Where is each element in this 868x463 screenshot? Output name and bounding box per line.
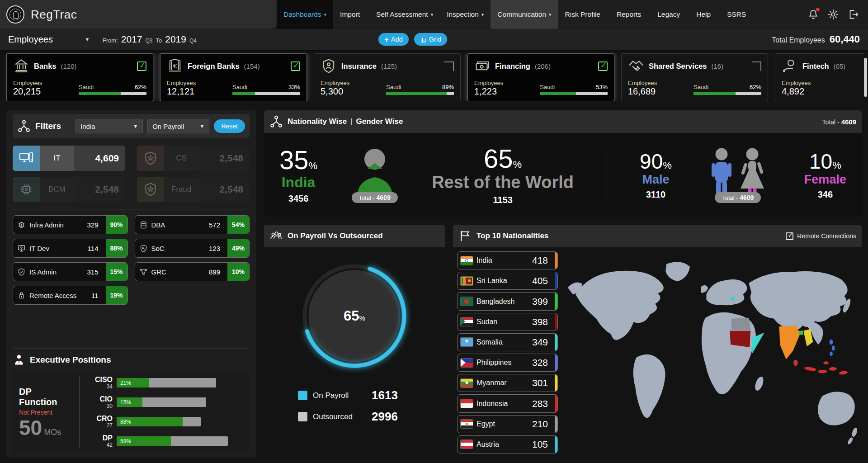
country-name: Indonesia [476, 400, 528, 408]
sector-card[interactable]: Insurance (125) Employees 5,300 Saudi 89… [314, 53, 461, 101]
bar-chart-icon [420, 36, 427, 43]
role-label: SoC [151, 245, 205, 252]
role-label: DBA [151, 221, 205, 229]
remote-connections-toggle[interactable]: Remote Connections [786, 232, 856, 240]
department-tile[interactable]: IT 4,609 [13, 146, 125, 171]
nav-item[interactable]: SSRS [720, 0, 755, 29]
sector-card[interactable]: Banks (120) Employees 20,215 Saudi 62% [6, 53, 153, 101]
nationality-row[interactable]: Egypt 210 [457, 415, 558, 433]
role-item[interactable]: Remote Access 11 19% [13, 286, 128, 305]
role-item[interactable]: IS Admin 315 15% [13, 262, 128, 281]
department-tile[interactable]: CS 2,548 [137, 146, 250, 171]
country-flag-icon [461, 379, 473, 387]
employees-value: 12,121 [167, 86, 196, 96]
nationality-row[interactable]: India 418 [457, 251, 558, 269]
country-value: 328 [532, 357, 548, 368]
main-nav: Dashboards ▾ Import Self Assessment ▾ In… [277, 0, 755, 29]
role-pct-badge: 90% [106, 216, 127, 234]
total-employees-label: Total Employees [772, 36, 825, 44]
nationality-row[interactable]: Bangladesh 399 [457, 292, 558, 310]
nationality-row[interactable]: Philippines 328 [457, 354, 558, 372]
cards-scrollbar[interactable] [864, 58, 867, 97]
department-tile[interactable]: BCM 2,548 [13, 177, 125, 202]
role-item[interactable]: IT Dev 114 88% [13, 239, 128, 258]
top-nationalities-header: Top 10 Nationalities Remote Connections [453, 225, 862, 247]
date-range[interactable]: From: 2017 Q3 To 2019 Q4 [103, 34, 197, 45]
payroll-select[interactable]: On Payroll ▼ [147, 119, 209, 133]
nationality-row[interactable]: Sudan 398 [457, 313, 558, 331]
sector-checkbox[interactable] [598, 61, 608, 71]
role-label: IT Dev [29, 245, 84, 252]
saudi-block: Saudi 33% [232, 84, 300, 95]
sector-card-header: Financing (206) [474, 58, 608, 74]
nav-item[interactable]: Reports [610, 0, 651, 29]
role-item[interactable]: DBA 572 54% [135, 215, 250, 234]
female-label: Female [804, 173, 846, 186]
country-accent-bar [555, 436, 557, 453]
nav-item[interactable]: Help [689, 0, 720, 29]
nav-item[interactable]: Risk Profile [558, 0, 610, 29]
role-item[interactable]: SoC 123 49% [135, 239, 250, 258]
nav-item[interactable]: Legacy [651, 0, 689, 29]
country-value: 210 [532, 419, 548, 430]
sector-card-body: Employees 5,300 Saudi 89% [321, 80, 454, 96]
legend-label: Outsourced [313, 412, 366, 421]
country-value: 418 [532, 255, 548, 266]
department-icon [13, 177, 40, 202]
badge-value: 4609 [377, 194, 391, 201]
sector-count: (05) [834, 62, 846, 70]
nationality-list: India 418 Sri Lanka 405 Bangladesh [453, 247, 560, 458]
nav-item[interactable]: Import [333, 0, 369, 29]
country-name: Egypt [476, 420, 528, 428]
role-pct-badge: 49% [227, 239, 249, 257]
sector-card[interactable]: Fintech (05) Employees 4,892 [775, 53, 864, 101]
nationality-row[interactable]: Indonesia 283 [457, 394, 558, 412]
employees-block: Employees 16,689 [628, 80, 657, 96]
total-badge: Total - 4609 [715, 192, 761, 203]
country-name: India [476, 256, 528, 265]
reset-button[interactable]: Reset [214, 119, 245, 133]
country-value: 405 [532, 275, 548, 286]
nav-item[interactable]: Self Assessment ▾ [369, 0, 440, 29]
add-button[interactable]: + Add [378, 33, 409, 46]
pct-sign: % [309, 160, 318, 171]
nationality-row[interactable]: Myanmar 301 [457, 374, 558, 392]
world-value: 1153 [493, 195, 512, 205]
country-accent-bar [555, 293, 557, 310]
notifications-bell-icon[interactable] [807, 9, 819, 20]
sector-card[interactable]: Foreign Banks (154) Employees 12,121 Sau… [160, 53, 307, 101]
country-flag-icon [461, 399, 473, 408]
nav-item[interactable]: Dashboards ▾ [277, 0, 333, 29]
nav-item-label: Import [340, 10, 360, 19]
legend-value: 1613 [372, 388, 398, 402]
grid-button[interactable]: Grid [414, 33, 447, 46]
app-title: RegTrac [31, 8, 77, 22]
department-tile[interactable]: Fraud 2,548 [137, 177, 250, 202]
sector-checkbox[interactable] [444, 61, 454, 71]
role-pct-badge: 54% [227, 216, 249, 234]
nav-item[interactable]: Communication ▾ [491, 0, 558, 29]
department-icon [13, 146, 40, 171]
sector-card[interactable]: Financing (206) Employees 1,223 Saudi 53… [467, 53, 614, 101]
department-value: 2,548 [74, 177, 125, 202]
nationality-row[interactable]: Austria 105 [457, 435, 558, 454]
page-title-dropdown-icon[interactable]: ▼ [85, 36, 90, 43]
settings-gear-icon[interactable] [827, 9, 839, 20]
nationality-row[interactable]: Sri Lanka 405 [457, 272, 558, 290]
role-item[interactable]: Infra Admin 329 90% [13, 215, 128, 234]
nationality-row[interactable]: Somalia 349 [457, 333, 558, 351]
logo-icon [6, 5, 24, 24]
department-label: Fraud [164, 177, 198, 202]
world-label: Rest of the World [432, 174, 574, 192]
country-accent-bar [555, 252, 557, 269]
sector-checkbox[interactable] [752, 61, 761, 71]
country-select[interactable]: India ▼ [75, 119, 143, 133]
role-item[interactable]: GRC 899 10% [135, 262, 250, 281]
logout-icon[interactable] [847, 9, 859, 20]
badge-label: Total - [722, 194, 738, 201]
sector-checkbox[interactable] [291, 61, 300, 71]
sector-card[interactable]: Shared Services (16) Employees 16,689 Sa… [621, 53, 768, 101]
nav-item[interactable]: Inspection ▾ [440, 0, 491, 29]
sector-checkbox[interactable] [137, 61, 146, 71]
payroll-select-value: On Payroll [152, 123, 184, 130]
